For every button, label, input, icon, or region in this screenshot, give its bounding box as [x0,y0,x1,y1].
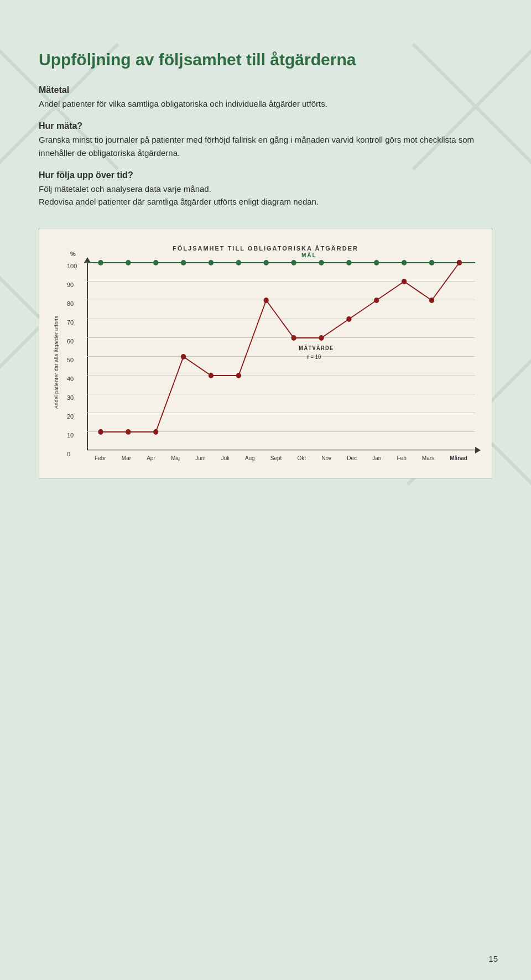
x-label-mar: Mar [122,455,131,461]
goal-dot-6 [236,260,241,265]
chart-body: % 100 90 [67,263,481,461]
page-title: Uppföljning av följsamhet till åtgärdern… [39,50,492,70]
goal-dot-5 [209,260,214,265]
y-tick-30: 30 [67,394,74,401]
goal-dot-12 [402,260,407,265]
y-tick-10: 10 [67,432,74,439]
x-label-manad: Månad [450,455,467,461]
x-label-okt: Okt [298,455,306,461]
y-tick-60: 60 [67,338,74,345]
x-label-jan: Jan [372,455,381,461]
chart-svg: MÅL [87,263,475,451]
actual-dot-3 [153,429,158,435]
maal-text: MÅL [301,252,317,258]
actual-dot-13 [429,298,434,303]
x-label-nov: Nov [321,455,331,461]
x-label-juli: Juli [221,455,230,461]
actual-dot-9 [319,335,324,341]
actual-dot-2 [126,429,131,435]
goal-dot-2 [126,260,131,265]
actual-dot-12 [402,279,407,284]
section-mätetal: Mätetal Andel patienter för vilka samtli… [39,85,492,110]
y-axis-label-container: Andel patienter där alla åtgärder utfört… [50,263,63,461]
x-label-maj: Maj [171,455,180,461]
x-label-apr: Apr [147,455,155,461]
goal-dot-7 [264,260,269,265]
actual-dot-1 [98,429,103,435]
x-label-febr: Febr [95,455,106,461]
actual-dot-14 [457,260,462,265]
hur-folja-text2: Redovisa andel patienter där samtliga åt… [39,195,492,208]
x-label-mars: Mars [422,455,434,461]
actual-dot-5 [209,373,214,378]
y-tick-100: 100 [67,263,77,269]
n-text: n = 10 [306,354,321,360]
x-axis-arrow [475,447,481,453]
actual-line [101,263,459,432]
actual-dot-7 [264,298,269,303]
goal-dot-9 [319,260,324,265]
goal-dot-10 [346,260,351,265]
actual-dot-10 [346,316,351,322]
y-tick-20: 20 [67,413,74,420]
hur-folja-text1: Följ mätetalet och analysera data varje … [39,183,492,195]
x-label-sept: Sept [270,455,282,461]
chart-title: FÖLJSAMHET TILL OBLIGATORISKA ÅTGÄRDER [50,245,481,252]
goal-dot-8 [291,260,296,265]
matvarde-text: MÄTVÄRDE [299,345,334,351]
y-axis-label: Andel patienter där alla åtgärder utfört… [54,316,59,409]
hur-folja-title: Hur följa upp över tid? [39,170,492,180]
actual-dot-11 [374,298,379,303]
actual-dot-4 [181,354,186,359]
goal-dot-3 [153,260,158,265]
x-label-dec: Dec [347,455,357,461]
x-labels-row: Febr Mar Apr Maj Juni Juli Aug Sept Okt … [87,455,475,461]
hur-mata-title: Hur mäta? [39,121,492,131]
page-number: 15 [488,954,498,963]
goal-dot-11 [374,260,379,265]
grid-plot-area: % 100 90 [87,263,475,451]
section-hur-mata: Hur mäta? Granska minst tio journaler på… [39,121,492,159]
x-label-juni: Juni [195,455,205,461]
mätetal-title: Mätetal [39,85,492,95]
chart-inner: Andel patienter där alla åtgärder utfört… [50,263,481,461]
y-tick-40: 40 [67,376,74,382]
goal-dot-4 [181,260,186,265]
pct-label: % [70,251,76,257]
section-hur-folja: Hur följa upp över tid? Följ mätetalet o… [39,170,492,208]
x-label-aug: Aug [245,455,255,461]
y-tick-0: 0 [67,451,70,457]
goal-dot-1 [98,260,103,265]
page-content: Uppföljning av följsamhet till åtgärdern… [0,0,531,512]
x-labels-inner: Febr Mar Apr Maj Juni Juli Aug Sept Okt … [87,455,475,461]
y-tick-50: 50 [67,357,74,363]
goal-dot-13 [429,260,434,265]
x-label-feb: Feb [397,455,406,461]
mätetal-text: Andel patienter för vilka samtliga oblig… [39,97,492,110]
hur-mata-text: Granska minst tio journaler på patienter… [39,133,492,159]
chart-container: FÖLJSAMHET TILL OBLIGATORISKA ÅTGÄRDER A… [39,228,492,478]
actual-dot-8 [291,335,296,341]
y-tick-70: 70 [67,319,74,326]
y-tick-90: 90 [67,282,74,288]
y-tick-80: 80 [67,300,74,307]
actual-dot-6 [236,373,241,378]
